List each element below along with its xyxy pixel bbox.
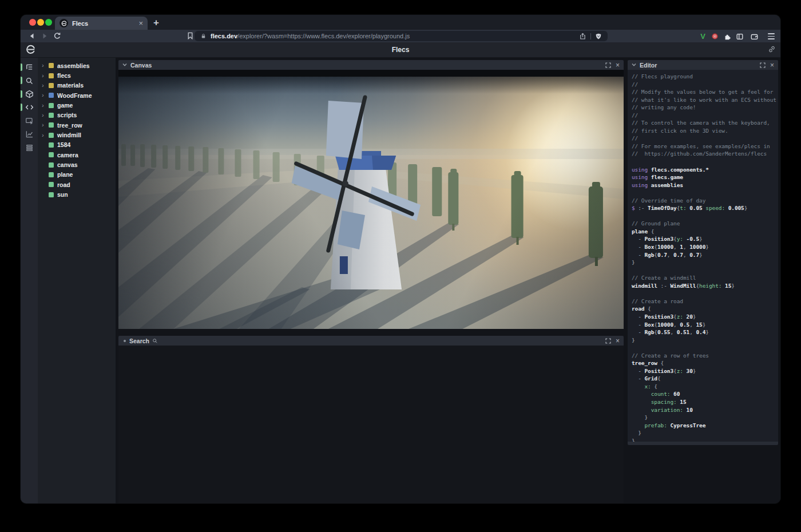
tree-item-label: plane [57, 171, 73, 178]
expand-arrow-icon[interactable]: › [42, 122, 49, 128]
tree-item-label: game [57, 102, 73, 109]
search-panel-header[interactable]: Search × [118, 336, 624, 346]
entity-color-swatch [49, 103, 54, 108]
chevron-down-icon [122, 63, 127, 67]
code-line [632, 212, 778, 220]
code-line: // [632, 81, 778, 89]
code-line: } [632, 429, 778, 437]
wallet-icon[interactable] [750, 31, 759, 41]
entity-color-swatch [49, 133, 54, 138]
extension-red-icon[interactable] [710, 31, 720, 41]
code-line: // Flecs playground [632, 73, 778, 81]
code-line [632, 158, 778, 166]
tree-item-tree_row[interactable]: ›tree_row [38, 120, 116, 130]
rail-inspector-button[interactable] [21, 114, 38, 128]
tree-item-label: scripts [57, 112, 77, 118]
code-line: // Override time of day [632, 197, 778, 205]
brave-shield-icon[interactable] [595, 33, 602, 40]
expand-arrow-icon[interactable]: › [42, 132, 49, 138]
code-line: // Ground plane [632, 220, 778, 228]
rail-queries-button[interactable] [21, 141, 38, 154]
search-close-icon[interactable]: × [616, 338, 620, 344]
chevron-down-icon [632, 63, 636, 67]
code-line: } [632, 437, 778, 442]
sidebar-toggle-icon[interactable] [735, 31, 744, 41]
rail-search-button[interactable] [21, 74, 38, 87]
entity-color-swatch [49, 113, 54, 118]
url-bar[interactable]: flecs.dev/explorer/?wasm=https://www.fle… [195, 31, 608, 41]
close-window-button[interactable] [29, 19, 36, 26]
rail-stats-button[interactable] [21, 128, 38, 141]
tree-item-materials[interactable]: ›materials [38, 81, 116, 90]
new-tab-button[interactable]: + [153, 17, 159, 29]
code-line: tree_row { [632, 359, 778, 367]
code-line: prefab: CypressTree [632, 422, 778, 430]
expand-arrow-icon[interactable]: › [42, 112, 49, 118]
code-line [632, 289, 778, 297]
flecs-favicon-icon [60, 19, 68, 27]
canvas-close-icon[interactable]: × [616, 62, 620, 69]
entity-color-swatch [49, 73, 54, 78]
expand-arrow-icon[interactable]: › [42, 92, 49, 98]
page-title: Flecs [21, 46, 780, 54]
canvas-panel-header[interactable]: Canvas × [118, 60, 624, 70]
tree-item-road[interactable]: road [38, 180, 116, 189]
tree-item-scripts[interactable]: ›scripts [38, 110, 116, 120]
rail-scene-button[interactable] [21, 88, 38, 101]
code-line: // [632, 112, 778, 120]
browser-tab[interactable]: Flecs × [55, 17, 148, 30]
share-link-icon[interactable] [768, 45, 776, 53]
tree-item-canvas[interactable]: canvas [38, 160, 116, 169]
tree-item-WoodFrame[interactable]: ›WoodFrame [38, 90, 116, 100]
code-line: variation: 10 [632, 406, 778, 414]
tree-item-label: WoodFrame [57, 92, 92, 99]
back-button[interactable] [27, 31, 37, 41]
forward-button[interactable] [40, 31, 49, 41]
entity-tree-panel: ›assemblies›flecs›materials›WoodFrame›ga… [38, 58, 116, 503]
bookmark-icon[interactable] [186, 31, 195, 41]
code-line: - Position3{y: -0.5} [632, 235, 778, 243]
code-line: } [632, 414, 778, 422]
scene-render [118, 77, 624, 329]
entity-color-swatch [49, 63, 54, 68]
search-panel-body[interactable] [118, 346, 624, 503]
tree-item-flecs[interactable]: ›flecs [38, 70, 116, 80]
share-icon[interactable] [579, 33, 586, 40]
tab-close-icon[interactable]: × [138, 19, 143, 27]
tree-item-camera[interactable]: camera [38, 150, 116, 160]
canvas-3d-view[interactable] [118, 70, 624, 329]
code-line: road { [632, 305, 778, 313]
rail-editor-button[interactable] [21, 101, 38, 114]
editor-panel-header[interactable]: Editor × [628, 60, 778, 70]
zoom-window-button[interactable] [45, 19, 52, 26]
tree-item-assemblies[interactable]: ›assemblies [38, 61, 116, 70]
tree-item-plane[interactable]: plane [38, 170, 116, 180]
tree-item-game[interactable]: ›game [38, 100, 116, 110]
menu-icon[interactable] [766, 31, 776, 41]
expand-arrow-icon[interactable]: › [42, 62, 49, 69]
code-editor[interactable]: // Flecs playground//// Modify the value… [628, 70, 778, 442]
extensions-puzzle-icon[interactable] [723, 31, 732, 41]
extension-v-icon[interactable]: V [698, 31, 708, 41]
tree-item-1584[interactable]: 1584 [38, 140, 116, 150]
tree-item-label: assemblies [57, 62, 90, 69]
minimize-window-button[interactable] [37, 19, 44, 26]
tree-item-label: canvas [57, 161, 78, 168]
fullscreen-icon[interactable] [605, 62, 611, 68]
code-line: // https://github.com/SanderMertens/flec… [632, 150, 778, 158]
editor-close-icon[interactable]: × [770, 62, 774, 69]
entity-color-swatch [49, 83, 54, 88]
url-path: /explorer/?wasm=https://www.flecs.dev/ex… [237, 33, 410, 39]
code-line [632, 344, 778, 352]
expand-arrow-icon[interactable]: › [42, 73, 49, 79]
expand-arrow-icon[interactable]: › [42, 102, 49, 109]
tree-item-sun[interactable]: sun [38, 189, 116, 199]
rail-entity-tree-button[interactable] [21, 61, 38, 74]
entity-color-swatch [49, 142, 54, 148]
reload-button[interactable] [53, 31, 62, 41]
code-line: spacing: 15 [632, 398, 778, 406]
tree-item-windmill[interactable]: ›windmill [38, 130, 116, 140]
fullscreen-icon[interactable] [605, 338, 611, 344]
fullscreen-icon[interactable] [760, 62, 766, 68]
expand-arrow-icon[interactable]: › [42, 82, 49, 89]
